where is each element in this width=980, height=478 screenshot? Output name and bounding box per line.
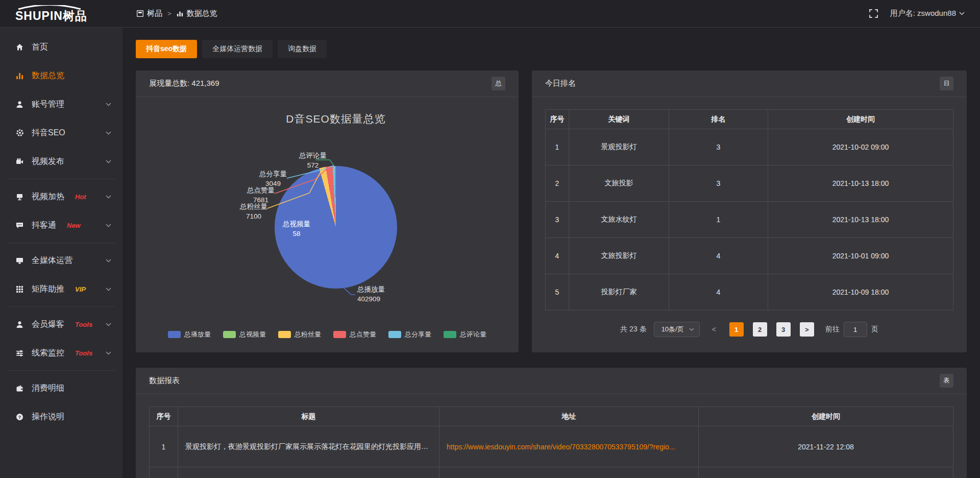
sidebar-item-media[interactable]: 全媒体运营 [0, 246, 122, 275]
chevron-down-icon [959, 12, 965, 15]
table-header-row: 序号 标题 地址 创建时间 [150, 407, 953, 426]
tab-media-operation-data[interactable]: 全媒体运营数据 [202, 40, 273, 58]
breadcrumb-current[interactable]: 数据总览 [177, 9, 217, 18]
legend-item-plays[interactable]: 总播放量 [168, 330, 211, 339]
sidebar-divider [7, 179, 115, 179]
sidebar-item-heat[interactable]: 视频加热 Hot [0, 182, 122, 211]
chevron-down-icon [106, 288, 111, 291]
sidebar-item-clue[interactable]: 线索监控 Tools [0, 339, 122, 367]
table-header-row: 序号 关键词 排名 创建时间 [546, 110, 953, 129]
monitor-icon [15, 256, 24, 265]
gear-icon [15, 129, 24, 137]
video-url-cell: https://www.iesdouyin.com/share/video/70… [439, 426, 699, 467]
page-button-1[interactable]: 1 [729, 322, 744, 337]
table-row: 1 景观投影灯 3 2021-10-02 09:00 [546, 129, 953, 165]
topbar-right: 用户名: zswodun88 [869, 9, 980, 18]
tools-badge: Tools [75, 321, 92, 328]
chevron-down-icon [106, 103, 111, 106]
sidebar-item-account[interactable]: 账号管理 [0, 90, 122, 118]
tab-inquiry-data[interactable]: 询盘数据 [278, 40, 327, 58]
sidebar-item-publish[interactable]: 视频发布 [0, 147, 122, 176]
user-menu[interactable]: 用户名: zswodun88 [890, 9, 965, 18]
fullscreen-icon[interactable] [869, 9, 878, 18]
pie-label-fans: 总粉丝量7100 [240, 202, 267, 221]
pie-label-comments: 总评论量572 [299, 151, 327, 170]
ranking-panel: 今日排名 日 序号 关键词 排名 创建时间 1 景观投影灯 3 2021-10-… [532, 70, 967, 352]
page-button-3[interactable]: 3 [776, 322, 791, 337]
pagination-total: 共 23 条 [620, 325, 646, 334]
day-toggle-button[interactable]: 日 [940, 77, 953, 90]
sidebar-item-member[interactable]: 会员爆客 Tools [0, 310, 122, 339]
col-created: 创建时间 [768, 110, 953, 129]
breadcrumb-root[interactable]: 树品 [137, 9, 162, 18]
username-label: 用户名: zswodun88 [890, 9, 956, 18]
sidebar-item-matrix[interactable]: 矩阵助推 VIP [0, 275, 122, 303]
table-row: 1 景观投影灯，夜游景观投影灯厂家展示展示落花灯在花园里的灯光投影应用效果 # … [150, 426, 953, 467]
col-index: 序号 [150, 407, 178, 426]
sidebar-item-expense[interactable]: 消费明细 [0, 374, 122, 402]
ranking-table: 序号 关键词 排名 创建时间 1 景观投影灯 3 2021-10-02 09:0… [545, 109, 953, 310]
col-rank: 排名 [669, 110, 768, 129]
svg-text:?: ? [18, 414, 21, 420]
hot-badge: Hot [75, 193, 86, 201]
legend-item-likes[interactable]: 总点赞量 [333, 330, 376, 339]
legend-item-shares[interactable]: 总分享量 [388, 330, 431, 339]
table-toggle-button[interactable]: 表 [940, 374, 953, 388]
overview-panel: 展现量总数: 421,369 总 D音SEO数据量总览 总评论量572 总分 [136, 70, 519, 352]
sidebar-item-manual[interactable]: ? 操作说明 [0, 402, 122, 431]
sidebar-item-overview[interactable]: 数据总览 [0, 61, 122, 90]
legend-swatch [168, 331, 181, 338]
sliders-icon [15, 349, 24, 357]
vip-badge: VIP [75, 285, 86, 293]
legend-swatch [333, 331, 346, 338]
data-tabs: 抖音seo数据 全媒体运营数据 询盘数据 [136, 40, 967, 58]
legend-swatch [223, 331, 236, 338]
sidebar: 首页 数据总览 账号管理 抖音SEO 视频发布 [0, 28, 122, 478]
logo-text: SHUPIN树品 [15, 10, 122, 22]
next-page-button[interactable]: > [800, 322, 814, 337]
sidebar-divider [7, 243, 115, 243]
chart-title: D音SEO数据量总览 [286, 112, 386, 126]
report-title: 数据报表 [149, 376, 180, 386]
board-icon [137, 10, 143, 17]
tools-badge: Tools [75, 349, 92, 357]
total-toggle-button[interactable]: 总 [492, 77, 505, 90]
chat-icon [15, 221, 24, 229]
tab-douyin-seo-data[interactable]: 抖音seo数据 [136, 40, 197, 58]
person-icon [15, 320, 24, 328]
chevron-down-icon [106, 131, 111, 135]
table-row-partial [150, 467, 953, 478]
table-row: 4 文旅投影灯 4 2021-10-01 09:00 [546, 238, 953, 274]
goto-page-input[interactable] [844, 322, 867, 337]
main-content: 抖音seo数据 全媒体运营数据 询盘数据 展现量总数: 421,369 总 D音… [122, 28, 980, 478]
legend-item-fans[interactable]: 总粉丝量 [278, 330, 321, 339]
legend-swatch [444, 331, 456, 338]
report-panel: 数据报表 表 序号 标题 地址 创建时间 1 景观投影灯，夜游景观投影灯厂家展示… [136, 368, 967, 478]
prev-page-button[interactable]: < [707, 322, 721, 337]
home-icon [15, 43, 24, 51]
sidebar-item-douketong[interactable]: 抖客通 New [0, 211, 122, 240]
breadcrumb-separator: > [167, 10, 172, 17]
screen-icon [15, 193, 24, 201]
goto-page: 前往 页 [825, 322, 878, 337]
legend-swatch [388, 331, 401, 338]
chevron-down-icon [106, 195, 111, 199]
sidebar-divider [7, 306, 115, 307]
chevron-down-icon [106, 160, 111, 163]
page-size-select[interactable]: 10条/页 [654, 322, 700, 337]
ranking-title: 今日排名 [545, 79, 576, 88]
sidebar-item-douyinseo[interactable]: 抖音SEO [0, 118, 122, 147]
legend-item-comments[interactable]: 总评论量 [444, 330, 486, 339]
chevron-down-icon [106, 351, 111, 355]
user-icon [15, 100, 24, 108]
col-url: 地址 [439, 407, 699, 426]
table-row: 5 投影灯厂家 4 2021-10-09 18:00 [546, 274, 953, 310]
legend-item-videos[interactable]: 总视频量 [223, 330, 266, 339]
page-button-2[interactable]: 2 [753, 322, 767, 337]
table-row: 3 文旅水纹灯 1 2021-10-13 18:00 [546, 202, 953, 238]
video-link[interactable]: https://www.iesdouyin.com/share/video/70… [447, 443, 675, 451]
sidebar-item-home[interactable]: 首页 [0, 33, 122, 61]
col-created: 创建时间 [699, 407, 953, 426]
chevron-down-icon [106, 323, 111, 326]
video-camera-icon [15, 157, 24, 165]
